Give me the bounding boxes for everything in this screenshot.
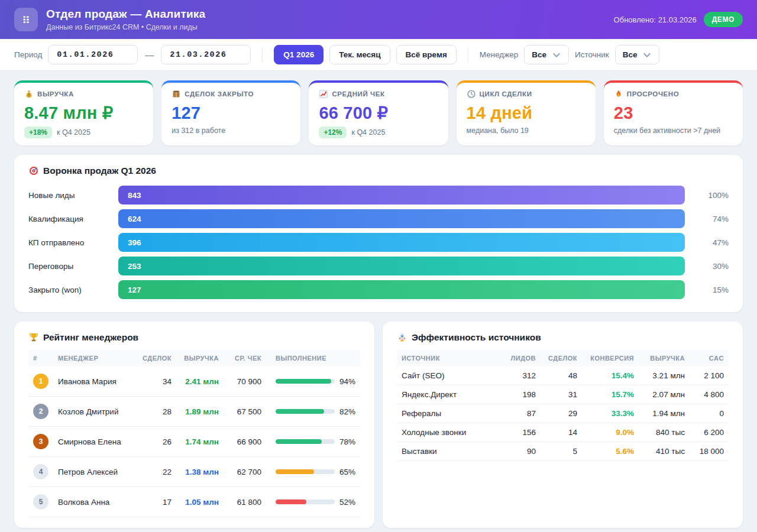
manager-deals: 34 xyxy=(138,366,176,397)
managers-title-text: Рейтинг менеджеров xyxy=(43,332,138,343)
funnel-stage-bar: 127 xyxy=(118,280,685,299)
chevron-down-icon xyxy=(642,50,652,60)
demo-badge: ДЕМО xyxy=(704,12,743,27)
source-cac: 0 xyxy=(690,404,729,423)
source-name: Яндекс.Директ xyxy=(397,385,499,404)
managers-title: Рейтинг менеджеров xyxy=(28,332,360,343)
column-completion: ВЫПОЛНЕНИЕ xyxy=(266,350,360,366)
sources-panel: Эффективность источников ИСТОЧНИК ЛИДОВ … xyxy=(383,322,743,528)
source-leads: 198 xyxy=(499,385,541,404)
manager-revenue: 1.05 млн xyxy=(176,487,224,517)
sources-title-text: Эффективность источников xyxy=(412,332,541,343)
header: Отдел продаж — Аналитика Данные из Битри… xyxy=(0,0,757,39)
source-deals: 5 xyxy=(541,442,582,461)
funnel-panel: Воронка продаж Q1 2026 Новые лиды 843 10… xyxy=(14,155,743,312)
page-title: Отдел продаж — Аналитика xyxy=(46,8,205,21)
progress-track xyxy=(276,439,335,444)
kpi-note: медиана, было 19 xyxy=(467,126,585,135)
funnel-stage-value: 843 xyxy=(128,191,141,200)
managers-table: # МЕНЕДЖЕР СДЕЛОК ВЫРУЧКА СР. ЧЕК ВЫПОЛН… xyxy=(28,350,360,517)
rank-badge: 4 xyxy=(33,464,48,479)
kpi-card-deal-cycle: ЦИКЛ СДЕЛКИ 14 дней медиана, было 19 xyxy=(457,80,596,145)
manager-avg-check: 62 700 xyxy=(224,457,266,487)
kpi-value: 23 xyxy=(614,104,733,122)
funnel-stage-percent: 74% xyxy=(685,215,729,223)
manager-select[interactable]: Все xyxy=(524,45,569,64)
preset-all-time-button[interactable]: Всё время xyxy=(396,45,457,64)
manager-deals: 28 xyxy=(138,397,176,427)
source-row: Выставки 90 5 5.6% 410 тыс 18 000 xyxy=(397,442,729,461)
kpi-label-text: ЦИКЛ СДЕЛКИ xyxy=(480,90,532,98)
source-select[interactable]: Все xyxy=(615,45,660,64)
kpi-note: из 312 в работе xyxy=(172,126,290,135)
kpi-label: $ ВЫРУЧКА xyxy=(24,89,143,99)
header-titles: Отдел продаж — Аналитика Данные из Битри… xyxy=(46,8,205,31)
funnel-stage-value: 396 xyxy=(128,238,141,247)
completion-value: 78% xyxy=(339,437,355,446)
kpi-value: 14 дней xyxy=(467,104,585,122)
completion-cell: 94% xyxy=(276,377,355,386)
kpi-label: СРЕДНИЙ ЧЕК xyxy=(319,89,438,99)
funnel-stage-bar: 396 xyxy=(118,233,685,252)
progress-fill xyxy=(276,409,324,414)
source-conversion: 33.3% xyxy=(582,404,639,423)
source-leads: 156 xyxy=(499,423,541,442)
preset-current-month-button[interactable]: Тек. месяц xyxy=(329,45,390,64)
completion-value: 52% xyxy=(339,498,355,507)
column-revenue: ВЫРУЧКА xyxy=(639,350,690,366)
funnel-title-text: Воронка продаж Q1 2026 xyxy=(43,166,156,176)
source-revenue: 3.21 млн xyxy=(639,366,690,385)
kpi-value: 66 700 ₽ xyxy=(319,104,438,122)
manager-deals: 17 xyxy=(138,487,176,517)
kpi-card-overdue: ПРОСРОЧЕНО 23 сделки без активности >7 д… xyxy=(604,80,743,145)
source-row: Холодные звонки 156 14 9.0% 840 тыс 6 20… xyxy=(397,423,729,442)
manager-row: 5 Волкова Анна 17 1.05 млн 61 800 52% xyxy=(28,487,360,517)
kpi-note: сделки без активности >7 дней xyxy=(614,126,733,135)
manager-name: Волкова Анна xyxy=(53,487,138,517)
grid-icon xyxy=(21,14,31,25)
kpi-row: $ ВЫРУЧКА 8.47 млн ₽ +18% к Q4 2025 СДЕЛ… xyxy=(14,80,743,145)
kpi-label-text: ВЫРУЧКА xyxy=(37,90,74,98)
funnel-stage-label: КП отправлено xyxy=(28,238,118,247)
chart-up-icon xyxy=(319,89,328,99)
source-revenue: 410 тыс xyxy=(639,442,690,461)
date-separator: — xyxy=(145,50,154,60)
kpi-note-text: из 312 в работе xyxy=(172,126,225,135)
fire-icon xyxy=(614,89,623,99)
kpi-value: 127 xyxy=(172,104,290,122)
funnel-stage-row: Квалификация 624 74% xyxy=(28,207,729,231)
progress-track xyxy=(276,469,335,474)
kpi-label-text: СРЕДНИЙ ЧЕК xyxy=(332,90,384,98)
period-label: Период xyxy=(14,50,42,59)
funnel-stage-row: Переговоры 253 30% xyxy=(28,254,729,278)
manager-row: 1 Иванова Мария 34 2.41 млн 70 900 94% xyxy=(28,366,360,397)
funnel-stage-percent: 100% xyxy=(685,191,729,200)
manager-avg-check: 66 900 xyxy=(224,427,266,457)
source-row: Рефералы 87 29 33.3% 1.94 млн 0 xyxy=(397,404,729,423)
column-conversion: КОНВЕРСИЯ xyxy=(582,350,639,366)
column-rank: # xyxy=(28,350,53,366)
kpi-label-text: СДЕЛОК ЗАКРЫТО xyxy=(185,90,254,98)
manager-avg-check: 61 800 xyxy=(224,487,266,517)
preset-q1-2026-button[interactable]: Q1 2026 xyxy=(274,45,323,64)
kpi-label-text: ПРОСРОЧЕНО xyxy=(627,90,680,98)
source-row: Яндекс.Директ 198 31 15.7% 2.07 млн 4 80… xyxy=(397,385,729,404)
clock-icon xyxy=(467,89,476,99)
date-to-input[interactable] xyxy=(161,45,251,64)
manager-select-value: Все xyxy=(532,50,546,59)
source-row: Сайт (SEO) 312 48 15.4% 3.21 млн 2 100 xyxy=(397,366,729,385)
date-from-input[interactable] xyxy=(48,45,138,64)
kpi-value: 8.47 млн ₽ xyxy=(24,104,143,122)
progress-track xyxy=(276,499,335,504)
column-source: ИСТОЧНИК xyxy=(397,350,499,366)
source-revenue: 1.94 млн xyxy=(639,404,690,423)
money-bag-icon: $ xyxy=(24,89,34,99)
progress-fill xyxy=(276,439,322,444)
source-deals: 29 xyxy=(541,404,582,423)
kpi-delta-badge: +18% xyxy=(24,126,52,138)
progress-track xyxy=(276,379,335,384)
column-cac: CAC xyxy=(690,350,729,366)
rank-badge: 3 xyxy=(33,434,48,449)
kpi-card-avg-check: СРЕДНИЙ ЧЕК 66 700 ₽ +12% к Q4 2025 xyxy=(309,80,448,145)
source-deals: 31 xyxy=(541,385,582,404)
